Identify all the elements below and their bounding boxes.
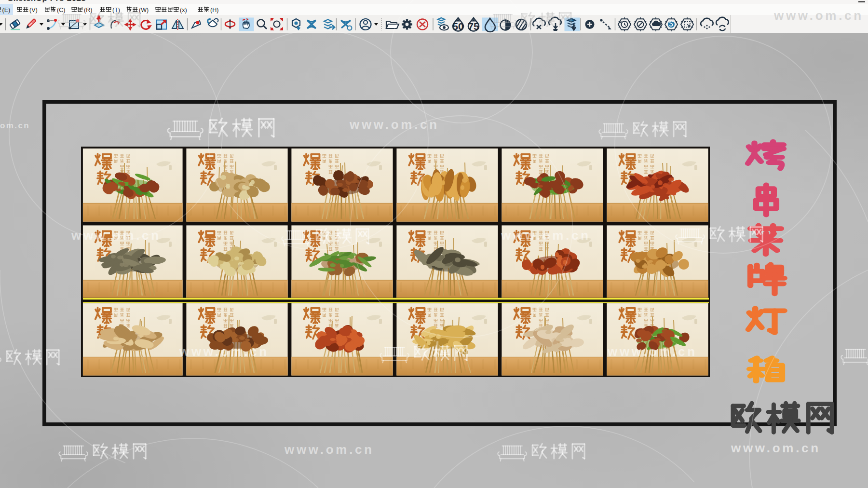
svg-text:www.om.cn: www.om.cn bbox=[501, 228, 591, 243]
svg-text:www.om.cn: www.om.cn bbox=[284, 442, 374, 457]
svg-text:om.cn: om.cn bbox=[0, 121, 30, 130]
svg-text:www.om.cn: www.om.cn bbox=[349, 117, 439, 132]
svg-text:www.om.cn: www.om.cn bbox=[71, 228, 161, 243]
svg-text:www.om.cn: www.om.cn bbox=[607, 344, 697, 359]
svg-text:www.om.cn: www.om.cn bbox=[179, 344, 269, 359]
svg-text:www.om.cn: www.om.cn bbox=[773, 8, 864, 23]
